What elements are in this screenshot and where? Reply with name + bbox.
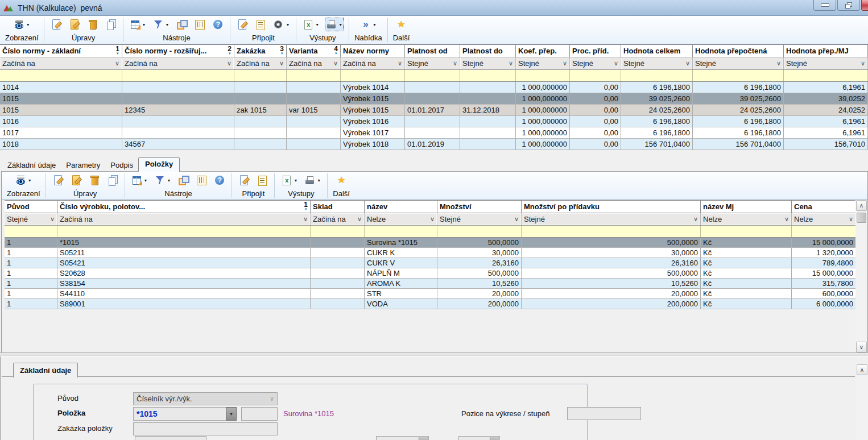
- table-row[interactable]: 1S20628NÁPLŇ M500,0000500,0000Kč15 000,0…: [5, 268, 856, 279]
- tab-polozky[interactable]: Položky: [138, 157, 180, 172]
- delete-record-button[interactable]: [88, 173, 101, 187]
- checklist-button[interactable]: [255, 173, 269, 187]
- filter-dropdown[interactable]: Začíná na∨: [57, 213, 311, 225]
- help-button[interactable]: [213, 173, 226, 187]
- table-row[interactable]: 1016Výrobek 10161 000,0000000,006 196,18…: [0, 116, 868, 127]
- filter-dropdown[interactable]: Nelze∨: [701, 213, 792, 225]
- partial-input[interactable]: [135, 436, 206, 440]
- search-cell[interactable]: [701, 226, 792, 237]
- favorites-button[interactable]: ★: [334, 173, 348, 187]
- column-header[interactable]: Původ: [5, 201, 57, 213]
- grid-settings-button[interactable]: ▼: [130, 173, 149, 187]
- combo-button[interactable]: [490, 437, 499, 440]
- filter-dropdown[interactable]: Začíná na∨: [287, 57, 341, 69]
- column-header[interactable]: Koef. přep.: [516, 45, 570, 57]
- new-record-button[interactable]: [49, 18, 63, 31]
- search-cell[interactable]: [5, 226, 57, 237]
- table-row[interactable]: 1017Výrobek 10171 000,0000000,006 196,18…: [0, 127, 868, 139]
- view-menu-button[interactable]: ▼: [13, 18, 31, 31]
- table-row[interactable]: 1S44110STR20,000020,0000Kč600,0000: [5, 289, 856, 299]
- media-button[interactable]: ▼: [272, 18, 291, 31]
- filter-button[interactable]: ▼: [153, 173, 172, 187]
- filter-dropdown[interactable]: Stejné∨: [437, 213, 522, 225]
- parameters-button[interactable]: [193, 18, 206, 31]
- tab-zakladni-udaje[interactable]: Základní údaje: [2, 159, 61, 172]
- partial-combo[interactable]: [376, 436, 429, 440]
- column-header[interactable]: Množství po přídavku: [522, 201, 701, 213]
- favorites-button[interactable]: ★: [394, 18, 408, 31]
- tab-parametry[interactable]: Parametry: [61, 159, 105, 172]
- scrollbar-thumb[interactable]: [857, 213, 866, 223]
- attach-note-button[interactable]: [237, 173, 251, 187]
- partial-combo[interactable]: [458, 436, 500, 440]
- filter-dropdown[interactable]: Začíná na∨: [0, 57, 122, 69]
- close-button[interactable]: ×: [861, 0, 868, 11]
- print-button[interactable]: ▼: [325, 18, 344, 31]
- search-cell[interactable]: [365, 226, 437, 237]
- minimize-button[interactable]: [813, 0, 836, 11]
- combo-button[interactable]: [419, 437, 428, 440]
- column-header[interactable]: Název normy: [341, 45, 405, 57]
- table-row[interactable]: 1014Výrobek 10141 000,0000000,006 196,18…: [0, 82, 868, 93]
- column-header[interactable]: Cena: [792, 201, 856, 213]
- search-cell[interactable]: [57, 226, 311, 237]
- new-record-button[interactable]: [51, 173, 65, 187]
- search-cell[interactable]: [621, 70, 693, 81]
- delete-record-button[interactable]: [86, 18, 100, 31]
- filter-dropdown[interactable]: Stejné∨: [522, 213, 701, 225]
- search-cell[interactable]: [0, 70, 122, 81]
- edit-record-button[interactable]: [69, 173, 83, 187]
- column-header[interactable]: Hodnota přep./MJ: [784, 45, 868, 57]
- search-cell[interactable]: [405, 70, 460, 81]
- copy-record-button[interactable]: [106, 173, 119, 187]
- search-cell[interactable]: [784, 70, 868, 81]
- polozka-suffix-input[interactable]: [241, 407, 278, 421]
- filter-dropdown[interactable]: Stejné∨: [5, 213, 57, 225]
- polozka-lookup-button[interactable]: ▼: [226, 407, 237, 421]
- column-header[interactable]: Zakázka3▼: [234, 45, 287, 57]
- filter-button[interactable]: ▼: [151, 18, 170, 31]
- column-header[interactable]: Proc. příd.: [570, 45, 621, 57]
- column-header[interactable]: Varianta4▼: [287, 45, 341, 57]
- column-header[interactable]: Sklad: [311, 201, 365, 213]
- scroll-down-icon[interactable]: ∨: [856, 342, 867, 352]
- search-cell[interactable]: [287, 70, 341, 81]
- filter-dropdown[interactable]: Začíná na∨: [341, 57, 405, 69]
- menu-button[interactable]: »▼: [359, 18, 378, 31]
- filter-dropdown[interactable]: Začíná na∨: [122, 57, 234, 69]
- link-documents-button[interactable]: [175, 18, 188, 31]
- table-row[interactable]: 1015Výrobek 10151 000,0000000,0039 025,2…: [0, 93, 868, 105]
- column-header[interactable]: Číslo normy - základní1▼: [0, 45, 122, 57]
- excel-export-button[interactable]: ▼: [280, 173, 299, 187]
- tab-zakladni-udaje-detail[interactable]: Základní údaje: [13, 363, 78, 377]
- attach-note-button[interactable]: [235, 18, 249, 31]
- table-row[interactable]: 1S05211CUKR K30,000030,0000Kč1 320,0000: [5, 248, 856, 258]
- tab-podpis[interactable]: Podpis: [105, 159, 138, 172]
- edit-record-button[interactable]: [68, 18, 81, 31]
- search-cell[interactable]: [437, 226, 522, 237]
- filter-dropdown[interactable]: Nelze∨: [792, 213, 856, 225]
- search-cell[interactable]: [234, 70, 287, 81]
- filter-dropdown[interactable]: Stejné∨: [693, 57, 784, 69]
- scroll-up-icon[interactable]: ∧: [857, 364, 867, 375]
- column-header[interactable]: Platnost od: [405, 45, 460, 57]
- filter-dropdown[interactable]: Stejné∨: [405, 57, 460, 69]
- search-cell[interactable]: [522, 226, 701, 237]
- search-cell[interactable]: [516, 70, 570, 81]
- checklist-button[interactable]: [254, 18, 267, 31]
- search-cell[interactable]: [341, 70, 405, 81]
- search-cell[interactable]: [792, 226, 856, 237]
- filter-dropdown[interactable]: Stejné∨: [784, 57, 868, 69]
- detail-scrollbar[interactable]: ∧: [856, 364, 868, 440]
- view-menu-button[interactable]: ▼: [14, 173, 33, 187]
- column-header[interactable]: Hodnota celkem: [621, 45, 693, 57]
- column-header[interactable]: Hodnota přepočtená: [693, 45, 784, 57]
- search-cell[interactable]: [122, 70, 234, 81]
- table-row[interactable]: 101512345zak 1015var 1015Výrobek 101501.…: [0, 105, 868, 116]
- filter-dropdown[interactable]: Stejné∨: [516, 57, 570, 69]
- column-header[interactable]: název Mj: [701, 201, 792, 213]
- parameters-button[interactable]: [195, 173, 208, 187]
- filter-dropdown[interactable]: Stejné∨: [460, 57, 516, 69]
- table-row[interactable]: 101834567Výrobek 101801.01.20191 000,000…: [0, 139, 868, 150]
- puvod-dropdown[interactable]: Číselník výr./výk. ∨: [133, 392, 278, 405]
